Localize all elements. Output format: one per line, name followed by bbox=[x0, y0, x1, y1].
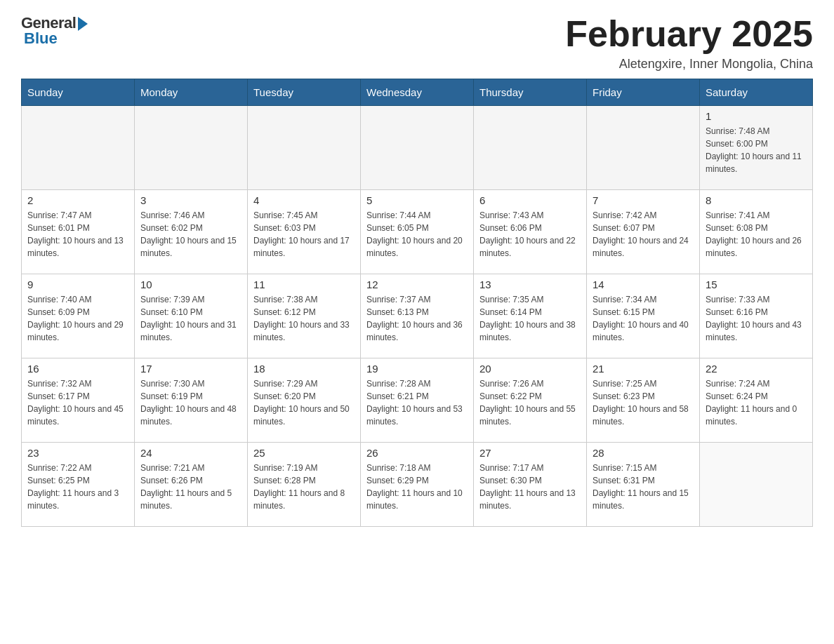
calendar-week-row: 9Sunrise: 7:40 AMSunset: 6:09 PMDaylight… bbox=[22, 274, 813, 358]
day-info: Sunrise: 7:17 AMSunset: 6:30 PMDaylight:… bbox=[479, 462, 581, 512]
calendar-day-cell bbox=[248, 106, 361, 190]
day-info: Sunrise: 7:22 AMSunset: 6:25 PMDaylight:… bbox=[27, 462, 128, 512]
calendar-day-cell bbox=[700, 443, 813, 527]
calendar-day-cell bbox=[22, 106, 135, 190]
day-number: 5 bbox=[366, 194, 468, 206]
calendar-day-cell: 15Sunrise: 7:33 AMSunset: 6:16 PMDayligh… bbox=[700, 274, 813, 358]
month-title: February 2025 bbox=[565, 14, 813, 54]
day-info: Sunrise: 7:34 AMSunset: 6:15 PMDaylight:… bbox=[593, 293, 694, 344]
calendar-day-cell: 11Sunrise: 7:38 AMSunset: 6:12 PMDayligh… bbox=[248, 274, 361, 358]
day-number: 2 bbox=[27, 194, 128, 206]
calendar-day-header: Tuesday bbox=[248, 79, 361, 106]
calendar-day-cell: 7Sunrise: 7:42 AMSunset: 6:07 PMDaylight… bbox=[587, 190, 700, 274]
day-number: 9 bbox=[27, 279, 128, 290]
calendar-day-cell bbox=[135, 106, 248, 190]
calendar-day-cell: 1Sunrise: 7:48 AMSunset: 6:00 PMDaylight… bbox=[700, 106, 813, 190]
day-number: 1 bbox=[706, 110, 807, 122]
day-info: Sunrise: 7:48 AMSunset: 6:00 PMDaylight:… bbox=[706, 125, 807, 175]
day-info: Sunrise: 7:32 AMSunset: 6:17 PMDaylight:… bbox=[27, 377, 128, 428]
calendar-day-cell bbox=[361, 106, 474, 190]
day-info: Sunrise: 7:28 AMSunset: 6:21 PMDaylight:… bbox=[366, 377, 468, 428]
day-number: 25 bbox=[253, 447, 355, 459]
day-info: Sunrise: 7:21 AMSunset: 6:26 PMDaylight:… bbox=[140, 462, 241, 512]
day-info: Sunrise: 7:47 AMSunset: 6:01 PMDaylight:… bbox=[27, 209, 128, 260]
calendar-day-cell: 16Sunrise: 7:32 AMSunset: 6:17 PMDayligh… bbox=[22, 358, 135, 443]
day-info: Sunrise: 7:46 AMSunset: 6:02 PMDaylight:… bbox=[140, 209, 241, 260]
calendar-day-cell: 6Sunrise: 7:43 AMSunset: 6:06 PMDaylight… bbox=[474, 190, 587, 274]
calendar-week-row: 16Sunrise: 7:32 AMSunset: 6:17 PMDayligh… bbox=[22, 358, 813, 443]
logo-blue-text: Blue bbox=[24, 29, 58, 48]
calendar-day-cell: 22Sunrise: 7:24 AMSunset: 6:24 PMDayligh… bbox=[700, 358, 813, 443]
day-info: Sunrise: 7:40 AMSunset: 6:09 PMDaylight:… bbox=[27, 293, 128, 344]
day-info: Sunrise: 7:18 AMSunset: 6:29 PMDaylight:… bbox=[366, 462, 468, 512]
day-number: 8 bbox=[706, 194, 807, 206]
day-info: Sunrise: 7:15 AMSunset: 6:31 PMDaylight:… bbox=[593, 462, 694, 512]
title-section: February 2025 Aletengxire, Inner Mongoli… bbox=[565, 14, 813, 72]
calendar-day-cell: 21Sunrise: 7:25 AMSunset: 6:23 PMDayligh… bbox=[587, 358, 700, 443]
calendar-day-cell: 5Sunrise: 7:44 AMSunset: 6:05 PMDaylight… bbox=[361, 190, 474, 274]
day-info: Sunrise: 7:24 AMSunset: 6:24 PMDaylight:… bbox=[706, 377, 807, 428]
calendar-day-header: Sunday bbox=[22, 79, 135, 106]
day-number: 3 bbox=[140, 194, 241, 206]
day-info: Sunrise: 7:42 AMSunset: 6:07 PMDaylight:… bbox=[593, 209, 694, 260]
day-info: Sunrise: 7:30 AMSunset: 6:19 PMDaylight:… bbox=[140, 377, 241, 428]
day-info: Sunrise: 7:38 AMSunset: 6:12 PMDaylight:… bbox=[253, 293, 355, 344]
day-number: 21 bbox=[593, 363, 694, 375]
day-info: Sunrise: 7:35 AMSunset: 6:14 PMDaylight:… bbox=[479, 293, 581, 344]
day-number: 17 bbox=[140, 363, 241, 375]
calendar-day-cell: 10Sunrise: 7:39 AMSunset: 6:10 PMDayligh… bbox=[135, 274, 248, 358]
calendar-day-cell: 12Sunrise: 7:37 AMSunset: 6:13 PMDayligh… bbox=[361, 274, 474, 358]
calendar-day-cell: 17Sunrise: 7:30 AMSunset: 6:19 PMDayligh… bbox=[135, 358, 248, 443]
day-info: Sunrise: 7:29 AMSunset: 6:20 PMDaylight:… bbox=[253, 377, 355, 428]
calendar-day-cell: 4Sunrise: 7:45 AMSunset: 6:03 PMDaylight… bbox=[248, 190, 361, 274]
day-info: Sunrise: 7:33 AMSunset: 6:16 PMDaylight:… bbox=[706, 293, 807, 344]
day-info: Sunrise: 7:37 AMSunset: 6:13 PMDaylight:… bbox=[366, 293, 468, 344]
calendar-day-cell: 9Sunrise: 7:40 AMSunset: 6:09 PMDaylight… bbox=[22, 274, 135, 358]
calendar-day-cell: 18Sunrise: 7:29 AMSunset: 6:20 PMDayligh… bbox=[248, 358, 361, 443]
calendar-body: 1Sunrise: 7:48 AMSunset: 6:00 PMDaylight… bbox=[22, 106, 813, 527]
day-number: 15 bbox=[706, 279, 807, 290]
day-number: 24 bbox=[140, 447, 241, 459]
page-header: General Blue February 2025 Aletengxire, … bbox=[21, 14, 813, 72]
day-number: 14 bbox=[593, 279, 694, 290]
day-number: 16 bbox=[27, 363, 128, 375]
day-number: 6 bbox=[479, 194, 581, 206]
calendar-week-row: 23Sunrise: 7:22 AMSunset: 6:25 PMDayligh… bbox=[22, 443, 813, 527]
day-number: 27 bbox=[479, 447, 581, 459]
day-number: 28 bbox=[593, 447, 694, 459]
day-info: Sunrise: 7:19 AMSunset: 6:28 PMDaylight:… bbox=[253, 462, 355, 512]
day-info: Sunrise: 7:25 AMSunset: 6:23 PMDaylight:… bbox=[593, 377, 694, 428]
calendar-week-row: 1Sunrise: 7:48 AMSunset: 6:00 PMDaylight… bbox=[22, 106, 813, 190]
day-number: 26 bbox=[366, 447, 468, 459]
calendar-day-cell: 20Sunrise: 7:26 AMSunset: 6:22 PMDayligh… bbox=[474, 358, 587, 443]
calendar-day-cell: 26Sunrise: 7:18 AMSunset: 6:29 PMDayligh… bbox=[361, 443, 474, 527]
calendar-day-cell bbox=[587, 106, 700, 190]
calendar-day-cell: 2Sunrise: 7:47 AMSunset: 6:01 PMDaylight… bbox=[22, 190, 135, 274]
day-info: Sunrise: 7:43 AMSunset: 6:06 PMDaylight:… bbox=[479, 209, 581, 260]
calendar-day-header: Saturday bbox=[700, 79, 813, 106]
day-number: 19 bbox=[366, 363, 468, 375]
location: Aletengxire, Inner Mongolia, China bbox=[565, 57, 813, 72]
calendar-day-header: Friday bbox=[587, 79, 700, 106]
calendar-day-cell: 8Sunrise: 7:41 AMSunset: 6:08 PMDaylight… bbox=[700, 190, 813, 274]
calendar-week-row: 2Sunrise: 7:47 AMSunset: 6:01 PMDaylight… bbox=[22, 190, 813, 274]
calendar-day-cell: 27Sunrise: 7:17 AMSunset: 6:30 PMDayligh… bbox=[474, 443, 587, 527]
logo: General Blue bbox=[21, 14, 88, 48]
day-number: 4 bbox=[253, 194, 355, 206]
day-number: 11 bbox=[253, 279, 355, 290]
calendar-day-cell: 24Sunrise: 7:21 AMSunset: 6:26 PMDayligh… bbox=[135, 443, 248, 527]
day-info: Sunrise: 7:41 AMSunset: 6:08 PMDaylight:… bbox=[706, 209, 807, 260]
calendar-day-header: Wednesday bbox=[361, 79, 474, 106]
calendar-day-cell: 23Sunrise: 7:22 AMSunset: 6:25 PMDayligh… bbox=[22, 443, 135, 527]
day-info: Sunrise: 7:39 AMSunset: 6:10 PMDaylight:… bbox=[140, 293, 241, 344]
day-number: 22 bbox=[706, 363, 807, 375]
day-number: 23 bbox=[27, 447, 128, 459]
day-number: 13 bbox=[479, 279, 581, 290]
calendar-day-cell: 28Sunrise: 7:15 AMSunset: 6:31 PMDayligh… bbox=[587, 443, 700, 527]
calendar-day-cell: 14Sunrise: 7:34 AMSunset: 6:15 PMDayligh… bbox=[587, 274, 700, 358]
calendar-day-cell: 13Sunrise: 7:35 AMSunset: 6:14 PMDayligh… bbox=[474, 274, 587, 358]
logo-arrow-icon bbox=[78, 17, 88, 31]
day-info: Sunrise: 7:44 AMSunset: 6:05 PMDaylight:… bbox=[366, 209, 468, 260]
day-number: 12 bbox=[366, 279, 468, 290]
calendar-header-row: SundayMondayTuesdayWednesdayThursdayFrid… bbox=[22, 79, 813, 106]
